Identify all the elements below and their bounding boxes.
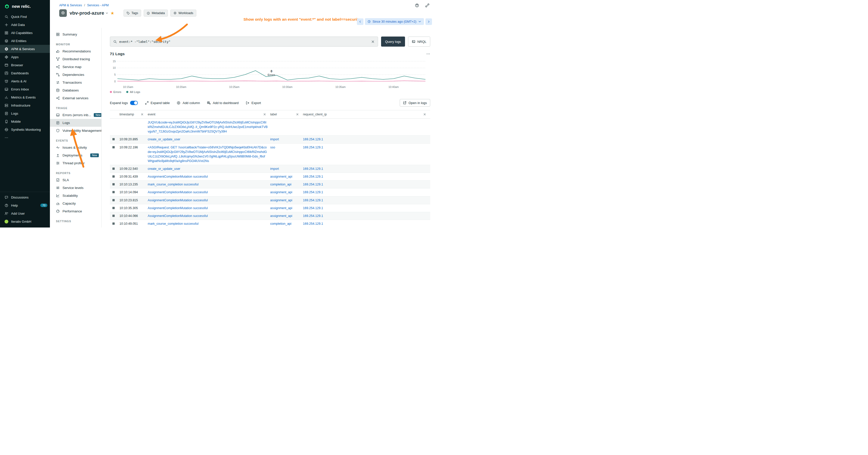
- nav-item-errors-errors-inb[interactable]: Errors (errors inb...New: [50, 111, 101, 119]
- nav-item-performance[interactable]: Performance: [50, 207, 101, 215]
- ip-link[interactable]: 169.254.129.1: [303, 183, 323, 186]
- sidebar-item-infrastructure[interactable]: Infrastructure: [0, 101, 50, 109]
- row-handle[interactable]: [113, 199, 115, 201]
- time-range-button[interactable]: Since 30 minutes ago (GMT+2): [365, 18, 424, 25]
- nav-item-service-map[interactable]: Service map: [50, 63, 101, 71]
- ip-link[interactable]: 169.254.129.1: [303, 214, 323, 218]
- legend-item-errors[interactable]: Errors: [110, 91, 121, 94]
- ip-link[interactable]: 169.254.129.1: [303, 222, 323, 226]
- time-back-button[interactable]: [357, 19, 364, 25]
- nav-item-capacity[interactable]: Capacity: [50, 199, 101, 207]
- query-input[interactable]: event:* -"label":"security": [110, 36, 378, 46]
- label-link[interactable]: assignment_api: [270, 206, 292, 210]
- ip-link[interactable]: 169.254.129.1: [303, 145, 323, 149]
- sidebar-item-errors-inbox[interactable]: Errors Inbox: [0, 85, 50, 93]
- row-handle[interactable]: [113, 223, 115, 225]
- sidebar-item-metrics-events[interactable]: Metrics & Events: [0, 93, 50, 101]
- nav-item-vulnerability-management[interactable]: Vulnerability Management: [50, 127, 101, 134]
- add-column-button[interactable]: Add column: [177, 101, 200, 105]
- logs-more-menu-icon[interactable]: [426, 52, 430, 56]
- table-row[interactable]: 10:10:44.066AssignmentCompletionMutation…: [110, 212, 430, 220]
- sidebar-item-dashboards[interactable]: Dashboards: [0, 69, 50, 77]
- label-link[interactable]: assignment_api: [270, 191, 292, 194]
- open-in-logs-button[interactable]: Open in logs: [400, 99, 430, 106]
- row-handle[interactable]: [113, 175, 115, 177]
- label-link[interactable]: assignment_api: [270, 214, 292, 218]
- table-row[interactable]: 10:09:20.895create_or_update_userimport1…: [110, 135, 430, 143]
- new-relic-logo[interactable]: new relic.: [0, 0, 50, 12]
- label-link[interactable]: completion_api: [270, 222, 291, 226]
- remove-column-icon[interactable]: [141, 113, 144, 116]
- event-link[interactable]: AssignmentCompletionMutation successful: [148, 191, 208, 194]
- nav-item-summary[interactable]: Summary: [50, 31, 101, 38]
- entity-switcher-chevron-icon[interactable]: [105, 11, 108, 14]
- sidebar-item-logs[interactable]: Logs: [0, 109, 50, 118]
- event-link[interactable]: AssignmentCompletionMutation successful: [148, 214, 208, 218]
- event-link[interactable]: AssignmentCompletionMutation successful: [148, 206, 208, 210]
- sidebar-item-browser[interactable]: Browser: [0, 61, 50, 69]
- event-link[interactable]: mark_course_completion successful: [148, 222, 198, 226]
- row-handle[interactable]: [113, 146, 115, 149]
- event-link[interactable]: create_or_update_user: [148, 167, 180, 170]
- breadcrumb-link-apm-services[interactable]: APM & Services: [59, 3, 82, 7]
- legend-item-all-logs[interactable]: All Logs: [126, 91, 140, 94]
- table-row[interactable]: 10:10:35.305AssignmentCompletionMutation…: [110, 204, 430, 212]
- column-header-label[interactable]: label: [270, 110, 303, 119]
- ip-link[interactable]: 169.254.129.1: [303, 175, 323, 178]
- nav-item-service-levels[interactable]: Service levels: [50, 184, 101, 192]
- remove-column-icon[interactable]: [296, 113, 299, 116]
- sidebar-item-iterativ-gmbh[interactable]: Iterativ GmbH: [0, 218, 50, 226]
- table-row[interactable]: JUQVU&code=eyJraWQiOiJjcGltY29yZV8wOTl1M…: [110, 119, 430, 135]
- sidebar-item-more[interactable]: [0, 133, 50, 141]
- entity-name[interactable]: vbv-prod-azure: [69, 10, 104, 16]
- column-header-request-client-ip[interactable]: request_client_ip: [303, 110, 430, 119]
- add-to-dashboard-button[interactable]: Add to dashboard: [207, 101, 239, 105]
- nav-item-distributed-tracing[interactable]: Distributed tracing: [50, 55, 101, 63]
- tags-button[interactable]: Tags: [124, 9, 141, 17]
- copy-link-icon[interactable]: [425, 3, 430, 7]
- nav-item-sla[interactable]: SLA: [50, 176, 101, 184]
- row-handle[interactable]: [113, 191, 115, 193]
- label-link[interactable]: import: [270, 167, 279, 170]
- sidebar-item-alerts-ai[interactable]: Alerts & AI: [0, 77, 50, 85]
- label-link[interactable]: completion_api: [270, 183, 291, 186]
- remove-column-icon[interactable]: [263, 113, 266, 116]
- sidebar-item-add-user[interactable]: Add User: [0, 209, 50, 218]
- table-row[interactable]: 10:10:23.815AssignmentCompletionMutation…: [110, 196, 430, 204]
- nav-item-external-services[interactable]: External services: [50, 94, 101, 102]
- sidebar-item-apm-services[interactable]: APM & Services: [0, 45, 50, 53]
- help-circle-icon[interactable]: [415, 3, 419, 7]
- sidebar-item-apps[interactable]: Apps: [0, 53, 50, 61]
- remove-column-icon[interactable]: [423, 113, 426, 116]
- sidebar-item-all-capabilities[interactable]: All Capabilities: [0, 29, 50, 37]
- sidebar-item-synthetic-monitoring[interactable]: Synthetic Monitoring: [0, 126, 50, 133]
- nrql-button[interactable]: NRQL: [408, 36, 430, 46]
- expand-table-button[interactable]: Expand table: [145, 101, 170, 105]
- event-link[interactable]: mark_course_completion successful: [148, 183, 198, 186]
- sidebar-item-mobile[interactable]: Mobile: [0, 118, 50, 126]
- export-button[interactable]: Export: [246, 101, 261, 105]
- nav-item-recommendations[interactable]: Recommendations: [50, 47, 101, 55]
- column-header-timestamp[interactable]: timestamp: [120, 110, 148, 119]
- ip-link[interactable]: 169.254.129.1: [303, 137, 323, 141]
- nav-item-scalability[interactable]: Scalability: [50, 192, 101, 199]
- label-link[interactable]: assignment_api: [270, 198, 292, 202]
- query-logs-button[interactable]: Query logs: [381, 36, 405, 46]
- expand-logs-toggle[interactable]: [130, 101, 138, 105]
- sidebar-item-discussions[interactable]: Discussions: [0, 193, 50, 201]
- ip-link[interactable]: 169.254.129.1: [303, 198, 323, 202]
- event-link[interactable]: JUQVU&code=eyJraWQiOiJjcGltY29yZV8wOTl1M…: [148, 121, 268, 133]
- table-row[interactable]: 10:10:14.094AssignmentCompletionMutation…: [110, 189, 430, 196]
- sidebar-item-quick-find[interactable]: Quick Find: [0, 12, 50, 21]
- nav-item-issues-activity[interactable]: Issues & activity: [50, 143, 101, 152]
- table-row[interactable]: 10:09:22.540create_or_update_userimport1…: [110, 165, 430, 173]
- table-row[interactable]: 10:09:22.196<ASGIRequest: GET '/sso/call…: [110, 143, 430, 165]
- sidebar-item-help[interactable]: Help70: [0, 201, 50, 209]
- row-handle[interactable]: [113, 167, 115, 170]
- nav-item-transactions[interactable]: Transactions: [50, 78, 101, 87]
- label-link[interactable]: assignment_api: [270, 175, 292, 178]
- row-handle[interactable]: [113, 183, 115, 186]
- nav-item-logs[interactable]: Logs: [50, 119, 101, 127]
- time-forward-button[interactable]: [426, 19, 432, 25]
- logs-timeseries-chart[interactable]: 05101510:15am10:20am10:25am10:30am10:35a…: [110, 59, 428, 89]
